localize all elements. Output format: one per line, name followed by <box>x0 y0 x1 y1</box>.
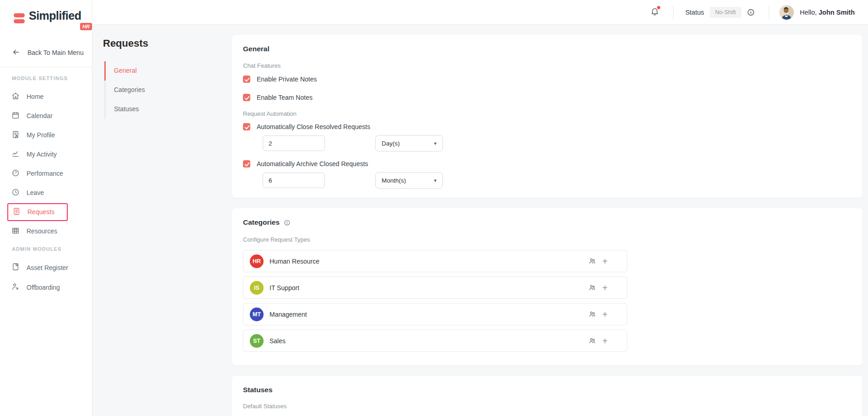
category-row-sales[interactable]: ST Sales + <box>243 330 627 352</box>
auto-archive-unit-value: Month(s) <box>382 177 406 184</box>
auto-archive-unit-select[interactable]: Month(s) ▾ <box>375 172 443 189</box>
chevron-down-icon: ▾ <box>434 140 437 146</box>
add-icon[interactable]: + <box>602 257 608 266</box>
category-name: Sales <box>270 337 286 345</box>
auto-archive-label: Automatically Archive Closed Requests <box>257 160 368 167</box>
sidebar-item-resources[interactable]: Resources <box>0 222 92 241</box>
enable-private-notes-label: Enable Private Notes <box>257 76 317 83</box>
user-name: John Smith <box>819 9 855 16</box>
categories-heading: Categories <box>243 218 280 227</box>
topbar: Status No-Shift Hello, John Smith <box>92 0 868 25</box>
requests-highlight-outline: Requests <box>7 203 68 221</box>
auto-close-unit-value: Day(s) <box>382 140 400 147</box>
status-group: Status No-Shift <box>685 7 755 18</box>
settings-nav-column: Requests General Categories Statuses <box>103 35 232 416</box>
sidebar-item-offboarding[interactable]: Offboarding <box>0 277 92 297</box>
sidebar-item-my-profile[interactable]: My Profile <box>0 125 92 145</box>
assign-users-icon[interactable] <box>588 284 596 292</box>
auto-archive-value-input[interactable] <box>263 173 325 188</box>
categories-card: Categories Configure Request Types HR Hu… <box>232 208 863 365</box>
category-row-management[interactable]: MT Management + <box>243 303 627 325</box>
category-name: IT Support <box>270 284 299 292</box>
add-icon[interactable]: + <box>602 310 608 319</box>
brand-block: Simplified HR <box>0 0 92 38</box>
sidebar-item-label: Asset Register <box>27 264 68 271</box>
auto-close-unit-select[interactable]: Day(s) ▾ <box>375 135 443 151</box>
main-column: Status No-Shift Hello, John Smith Reques… <box>92 0 868 416</box>
category-list: HR Human Resource + IS IT Support <box>243 250 852 352</box>
configure-request-types-label: Configure Request Types <box>243 236 852 243</box>
app-logo: Simplified HR <box>14 10 92 30</box>
user-avatar[interactable] <box>779 5 794 20</box>
auto-close-checkbox[interactable] <box>243 123 250 130</box>
add-icon[interactable]: + <box>602 336 608 346</box>
add-icon[interactable]: + <box>602 283 608 292</box>
status-info-icon[interactable] <box>747 8 755 16</box>
topbar-divider <box>673 5 674 19</box>
category-name: Human Resource <box>270 258 319 265</box>
settings-content: Requests General Categories Statuses Gen… <box>92 25 868 416</box>
auto-archive-checkbox[interactable] <box>243 160 250 167</box>
settings-cards-column: General Chat Features Enable Private Not… <box>232 35 863 416</box>
statuses-card: Statuses Default Statuses <box>232 376 863 416</box>
sidebar-item-requests[interactable]: Requests <box>0 202 92 222</box>
auto-close-values: Day(s) ▾ <box>263 135 852 151</box>
chat-features-label: Chat Features <box>243 62 852 69</box>
general-heading: General <box>243 45 852 53</box>
assign-users-icon[interactable] <box>588 337 596 345</box>
greeting-prefix: Hello, <box>800 9 817 16</box>
sidebar-item-label: Performance <box>27 170 63 177</box>
sidebar-item-label: Resources <box>27 227 57 235</box>
app-root: Simplified HR Back To Main Menu MODULE S… <box>0 0 868 416</box>
clock-icon <box>11 188 20 198</box>
statuses-heading: Statuses <box>243 386 852 394</box>
sidebar-item-home[interactable]: Home <box>0 87 92 106</box>
arrow-left-icon <box>12 48 20 58</box>
user-group: Hello, John Smith <box>779 5 855 20</box>
back-to-main-menu-button[interactable]: Back To Main Menu <box>0 38 92 67</box>
assign-users-icon[interactable] <box>588 310 596 318</box>
category-avatar: ST <box>250 334 264 348</box>
section-label-module-settings: MODULE SETTINGS <box>12 76 92 81</box>
table-grid-icon <box>11 227 20 236</box>
tab-categories[interactable]: Categories <box>106 81 232 100</box>
category-avatar: IS <box>250 281 264 295</box>
sidebar-item-my-activity[interactable]: My Activity <box>0 145 92 164</box>
sidebar-item-asset-register[interactable]: Asset Register <box>0 258 92 277</box>
auto-archive-row: Automatically Archive Closed Requests <box>243 160 852 167</box>
home-icon <box>11 92 20 102</box>
sidebar-item-leave[interactable]: Leave <box>0 183 92 202</box>
category-avatar: HR <box>250 254 264 268</box>
offboarding-person-icon <box>11 282 20 292</box>
sidebar-item-label: Offboarding <box>27 284 60 291</box>
sidebar-item-label: Requests <box>27 208 54 216</box>
section-label-admin-modules: ADMIN MODULES <box>12 246 92 252</box>
assign-users-icon[interactable] <box>588 257 596 265</box>
category-row-human-resource[interactable]: HR Human Resource + <box>243 250 627 272</box>
sidebar-item-calendar[interactable]: Calendar <box>0 106 92 125</box>
tab-general[interactable]: General <box>106 61 232 81</box>
enable-team-notes-row: Enable Team Notes <box>243 94 852 101</box>
status-badge: No-Shift <box>710 7 741 18</box>
sidebar-item-label: My Activity <box>27 151 57 158</box>
default-statuses-label: Default Statuses <box>243 403 852 410</box>
book-icon <box>11 263 20 272</box>
notifications-bell-icon[interactable] <box>650 7 659 18</box>
auto-archive-values: Month(s) ▾ <box>263 172 852 189</box>
sidebar-item-performance[interactable]: Performance <box>0 164 92 183</box>
requests-document-icon <box>12 207 21 217</box>
sidebar-item-label: My Profile <box>27 131 55 139</box>
auto-close-value-input[interactable] <box>263 135 325 151</box>
categories-info-icon[interactable] <box>284 219 291 226</box>
enable-private-notes-checkbox[interactable] <box>243 76 250 83</box>
gauge-icon <box>11 169 20 178</box>
enable-private-notes-row: Enable Private Notes <box>243 76 852 83</box>
category-row-it-support[interactable]: IS IT Support + <box>243 276 627 299</box>
enable-team-notes-checkbox[interactable] <box>243 94 250 101</box>
admin-modules-nav: Asset Register Offboarding <box>0 258 92 297</box>
module-settings-nav: Home Calendar My Profile My Activity Per… <box>0 87 92 241</box>
tab-statuses[interactable]: Statuses <box>106 100 232 119</box>
user-greeting: Hello, John Smith <box>800 9 855 16</box>
back-to-main-menu-label: Back To Main Menu <box>27 49 84 56</box>
sidebar-item-label: Home <box>27 93 43 100</box>
